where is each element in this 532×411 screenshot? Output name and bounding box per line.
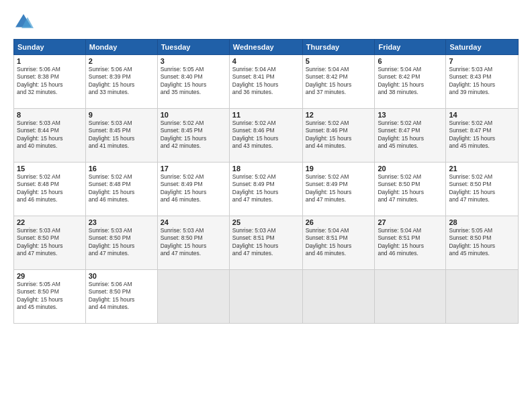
header-day: Tuesday bbox=[157, 40, 229, 55]
week-row: 22Sunrise: 5:03 AM Sunset: 8:50 PM Dayli… bbox=[14, 216, 519, 270]
day-info: Sunrise: 5:06 AM Sunset: 8:38 PM Dayligh… bbox=[17, 66, 83, 97]
day-info: Sunrise: 5:03 AM Sunset: 8:43 PM Dayligh… bbox=[449, 66, 515, 97]
day-number: 7 bbox=[449, 57, 515, 65]
day-info: Sunrise: 5:05 AM Sunset: 8:50 PM Dayligh… bbox=[17, 281, 83, 312]
day-number: 19 bbox=[306, 165, 372, 173]
day-cell bbox=[446, 270, 519, 324]
day-info: Sunrise: 5:06 AM Sunset: 8:39 PM Dayligh… bbox=[89, 66, 154, 97]
day-number: 3 bbox=[161, 57, 226, 65]
day-cell bbox=[229, 270, 302, 324]
day-number: 22 bbox=[17, 218, 83, 226]
day-cell: 13Sunrise: 5:02 AM Sunset: 8:47 PM Dayli… bbox=[375, 109, 446, 163]
week-row: 1Sunrise: 5:06 AM Sunset: 8:38 PM Daylig… bbox=[14, 55, 519, 109]
day-number: 8 bbox=[17, 111, 83, 119]
day-number: 28 bbox=[449, 218, 515, 226]
day-info: Sunrise: 5:02 AM Sunset: 8:46 PM Dayligh… bbox=[306, 120, 372, 150]
calendar-header: SundayMondayTuesdayWednesdayThursdayFrid… bbox=[14, 40, 519, 55]
day-cell: 9Sunrise: 5:03 AM Sunset: 8:45 PM Daylig… bbox=[85, 109, 157, 163]
header-day: Thursday bbox=[302, 40, 375, 55]
day-number: 24 bbox=[161, 218, 226, 226]
day-info: Sunrise: 5:02 AM Sunset: 8:49 PM Dayligh… bbox=[306, 173, 372, 204]
day-cell: 7Sunrise: 5:03 AM Sunset: 8:43 PM Daylig… bbox=[446, 55, 519, 109]
week-row: 29Sunrise: 5:05 AM Sunset: 8:50 PM Dayli… bbox=[14, 270, 519, 324]
day-cell: 10Sunrise: 5:02 AM Sunset: 8:45 PM Dayli… bbox=[157, 109, 229, 163]
day-number: 2 bbox=[89, 57, 154, 65]
day-info: Sunrise: 5:02 AM Sunset: 8:48 PM Dayligh… bbox=[17, 173, 83, 204]
day-info: Sunrise: 5:03 AM Sunset: 8:50 PM Dayligh… bbox=[17, 227, 83, 258]
day-cell: 3Sunrise: 5:05 AM Sunset: 8:40 PM Daylig… bbox=[157, 55, 229, 109]
day-info: Sunrise: 5:02 AM Sunset: 8:49 PM Dayligh… bbox=[232, 173, 300, 204]
day-cell: 24Sunrise: 5:03 AM Sunset: 8:50 PM Dayli… bbox=[157, 216, 229, 270]
day-info: Sunrise: 5:04 AM Sunset: 8:41 PM Dayligh… bbox=[232, 66, 300, 97]
day-number: 29 bbox=[17, 272, 83, 280]
header-row: SundayMondayTuesdayWednesdayThursdayFrid… bbox=[14, 40, 519, 55]
day-cell: 5Sunrise: 5:04 AM Sunset: 8:42 PM Daylig… bbox=[302, 55, 375, 109]
day-info: Sunrise: 5:02 AM Sunset: 8:47 PM Dayligh… bbox=[449, 120, 515, 150]
day-number: 23 bbox=[89, 218, 154, 226]
day-number: 20 bbox=[378, 165, 443, 173]
day-cell: 29Sunrise: 5:05 AM Sunset: 8:50 PM Dayli… bbox=[14, 270, 86, 324]
day-info: Sunrise: 5:03 AM Sunset: 8:50 PM Dayligh… bbox=[161, 227, 226, 258]
day-info: Sunrise: 5:02 AM Sunset: 8:48 PM Dayligh… bbox=[89, 173, 154, 204]
logo bbox=[13, 12, 36, 32]
day-cell: 20Sunrise: 5:02 AM Sunset: 8:50 PM Dayli… bbox=[375, 163, 446, 216]
day-number: 15 bbox=[17, 165, 83, 173]
page: SundayMondayTuesdayWednesdayThursdayFrid… bbox=[0, 0, 532, 411]
day-cell: 21Sunrise: 5:02 AM Sunset: 8:50 PM Dayli… bbox=[446, 163, 519, 216]
day-cell: 15Sunrise: 5:02 AM Sunset: 8:48 PM Dayli… bbox=[14, 163, 86, 216]
day-info: Sunrise: 5:02 AM Sunset: 8:45 PM Dayligh… bbox=[161, 120, 226, 150]
day-info: Sunrise: 5:03 AM Sunset: 8:44 PM Dayligh… bbox=[17, 120, 83, 150]
header-day: Monday bbox=[85, 40, 157, 55]
header-day: Saturday bbox=[446, 40, 519, 55]
day-cell: 23Sunrise: 5:03 AM Sunset: 8:50 PM Dayli… bbox=[85, 216, 157, 270]
day-info: Sunrise: 5:03 AM Sunset: 8:50 PM Dayligh… bbox=[89, 227, 154, 258]
day-number: 4 bbox=[232, 57, 300, 65]
day-number: 30 bbox=[89, 272, 154, 280]
day-info: Sunrise: 5:03 AM Sunset: 8:45 PM Dayligh… bbox=[89, 120, 154, 150]
calendar-table: SundayMondayTuesdayWednesdayThursdayFrid… bbox=[13, 39, 519, 324]
day-cell: 1Sunrise: 5:06 AM Sunset: 8:38 PM Daylig… bbox=[14, 55, 86, 109]
day-number: 6 bbox=[378, 57, 443, 65]
day-cell: 4Sunrise: 5:04 AM Sunset: 8:41 PM Daylig… bbox=[229, 55, 302, 109]
day-number: 10 bbox=[161, 111, 226, 119]
header-day: Sunday bbox=[14, 40, 86, 55]
header bbox=[13, 12, 519, 32]
day-number: 5 bbox=[306, 57, 372, 65]
day-cell: 18Sunrise: 5:02 AM Sunset: 8:49 PM Dayli… bbox=[229, 163, 302, 216]
day-cell: 2Sunrise: 5:06 AM Sunset: 8:39 PM Daylig… bbox=[85, 55, 157, 109]
day-info: Sunrise: 5:02 AM Sunset: 8:50 PM Dayligh… bbox=[378, 173, 443, 204]
week-row: 8Sunrise: 5:03 AM Sunset: 8:44 PM Daylig… bbox=[14, 109, 519, 163]
day-number: 21 bbox=[449, 165, 515, 173]
day-info: Sunrise: 5:04 AM Sunset: 8:51 PM Dayligh… bbox=[378, 227, 443, 258]
day-info: Sunrise: 5:04 AM Sunset: 8:42 PM Dayligh… bbox=[306, 66, 372, 97]
day-number: 27 bbox=[378, 218, 443, 226]
day-info: Sunrise: 5:04 AM Sunset: 8:51 PM Dayligh… bbox=[306, 227, 372, 258]
day-cell: 12Sunrise: 5:02 AM Sunset: 8:46 PM Dayli… bbox=[302, 109, 375, 163]
day-number: 13 bbox=[378, 111, 443, 119]
day-number: 9 bbox=[89, 111, 154, 119]
day-number: 26 bbox=[306, 218, 372, 226]
header-day: Friday bbox=[375, 40, 446, 55]
day-cell: 14Sunrise: 5:02 AM Sunset: 8:47 PM Dayli… bbox=[446, 109, 519, 163]
day-number: 11 bbox=[232, 111, 300, 119]
day-info: Sunrise: 5:05 AM Sunset: 8:50 PM Dayligh… bbox=[449, 227, 515, 258]
day-info: Sunrise: 5:02 AM Sunset: 8:46 PM Dayligh… bbox=[232, 120, 300, 150]
day-cell: 26Sunrise: 5:04 AM Sunset: 8:51 PM Dayli… bbox=[302, 216, 375, 270]
day-number: 25 bbox=[232, 218, 300, 226]
day-cell: 22Sunrise: 5:03 AM Sunset: 8:50 PM Dayli… bbox=[14, 216, 86, 270]
day-info: Sunrise: 5:03 AM Sunset: 8:51 PM Dayligh… bbox=[232, 227, 300, 258]
day-cell: 25Sunrise: 5:03 AM Sunset: 8:51 PM Dayli… bbox=[229, 216, 302, 270]
day-number: 14 bbox=[449, 111, 515, 119]
logo-icon bbox=[13, 12, 34, 32]
day-cell: 8Sunrise: 5:03 AM Sunset: 8:44 PM Daylig… bbox=[14, 109, 86, 163]
week-row: 15Sunrise: 5:02 AM Sunset: 8:48 PM Dayli… bbox=[14, 163, 519, 216]
day-cell: 16Sunrise: 5:02 AM Sunset: 8:48 PM Dayli… bbox=[85, 163, 157, 216]
day-cell bbox=[302, 270, 375, 324]
day-cell: 17Sunrise: 5:02 AM Sunset: 8:49 PM Dayli… bbox=[157, 163, 229, 216]
calendar-body: 1Sunrise: 5:06 AM Sunset: 8:38 PM Daylig… bbox=[14, 55, 519, 324]
day-number: 12 bbox=[306, 111, 372, 119]
day-info: Sunrise: 5:04 AM Sunset: 8:42 PM Dayligh… bbox=[378, 66, 443, 97]
day-number: 17 bbox=[161, 165, 226, 173]
day-number: 1 bbox=[17, 57, 83, 65]
day-cell: 27Sunrise: 5:04 AM Sunset: 8:51 PM Dayli… bbox=[375, 216, 446, 270]
